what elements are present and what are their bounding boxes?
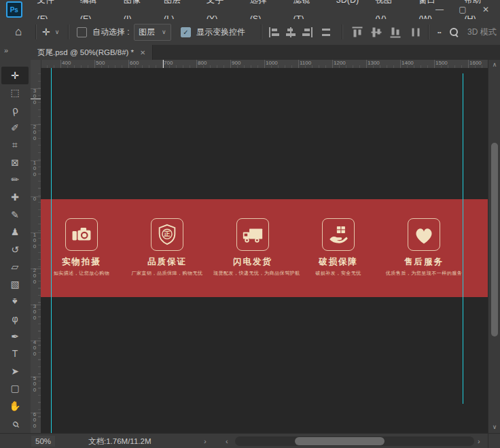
service-subtitle: 厂家直销，品质保障，购物无忧 <box>128 270 207 277</box>
ruler-label: 500 <box>32 376 37 393</box>
ruler-label: 1500 <box>435 60 448 66</box>
scroll-down-icon[interactable]: ∨ <box>488 424 500 430</box>
ruler-label: 1600 <box>469 60 482 66</box>
distribute-horizontal-button[interactable] <box>321 19 332 45</box>
guide-line-left[interactable] <box>51 68 52 433</box>
ruler-label: 200 <box>32 268 37 285</box>
scroll-up-icon[interactable]: ∧ <box>488 61 500 68</box>
align-vertical-center-button[interactable] <box>371 19 382 45</box>
clone-stamp-tool[interactable]: ♟ <box>1 223 29 241</box>
type-tool[interactable]: T <box>1 345 29 363</box>
maximize-button[interactable]: ▢ <box>451 0 474 19</box>
ruler-label: 900 <box>232 60 240 66</box>
ruler-label: 100 <box>32 160 37 177</box>
gradient-tool-icon: ▧ <box>10 279 19 290</box>
footer-banner-artwork: 实物拍摄 如实描述，让您放心购物 正 品质保证 厂家直销，品质保障，购物无忧 <box>41 199 488 297</box>
document-tab[interactable]: 页尾.psd @ 50%(RGB/8#) * ✕ <box>31 45 153 60</box>
document-canvas[interactable]: 实物拍摄 如实描述，让您放心购物 正 品质保证 厂家直销，品质保障，购物无忧 <box>41 68 488 433</box>
type-tool-icon: T <box>12 348 18 359</box>
ruler-label: 1300 <box>368 60 380 66</box>
service-title: 售后服务 <box>385 256 463 268</box>
ellipsis-icon: •• <box>438 29 442 35</box>
clone-stamp-tool-icon: ♟ <box>11 226 20 237</box>
horizontal-scrollbar-thumb[interactable] <box>295 437 385 445</box>
brush-tool[interactable]: ✎ <box>1 206 29 224</box>
eyedropper-tool[interactable]: ✏ <box>1 171 29 189</box>
show-transform-checkbox[interactable]: ✓ <box>181 27 191 37</box>
scroll-right-icon[interactable]: › <box>478 436 480 447</box>
close-button[interactable]: ✕ <box>474 0 497 19</box>
title-bar: Ps 文件(F)编辑(E)图像(I)图层(L)文字(Y)选择(S)滤镜(T)3D… <box>0 0 500 20</box>
expand-tools-button[interactable]: » <box>4 46 7 54</box>
ruler-label: 600 <box>32 412 37 429</box>
zoom-tool-icon: ϙ <box>10 417 21 429</box>
align-horizontal-center-button[interactable] <box>285 19 296 45</box>
3d-mode-label: 3D 模式 <box>467 19 497 45</box>
distribute-vertical-button[interactable] <box>410 19 421 45</box>
path-selection-tool-icon: ➤ <box>11 366 19 377</box>
service-item-quality: 正 品质保证 厂家直销，品质保障，购物无忧 <box>128 218 207 277</box>
history-brush-tool-icon: ↺ <box>11 244 19 255</box>
align-top-button[interactable] <box>352 19 363 45</box>
align-bottom-button[interactable] <box>390 19 401 45</box>
vertical-ruler[interactable]: 3002001000100200300400500600 <box>31 68 41 433</box>
tool-preset-picker[interactable]: ✛ ∨ <box>42 19 59 45</box>
service-item-shipping: 闪电发货 现货配发，快递无忧，为商品保驾护航 <box>213 218 292 277</box>
home-button[interactable]: ⌂ <box>15 19 22 45</box>
close-tab-icon[interactable]: ✕ <box>140 49 145 56</box>
vertical-scrollbar[interactable]: ∧ ∨ <box>488 60 500 433</box>
eraser-tool[interactable]: ▱ <box>1 258 29 276</box>
heart-icon <box>408 218 440 251</box>
align-right-button[interactable] <box>302 19 312 45</box>
minimize-button[interactable]: — <box>428 0 451 19</box>
ruler-label: 300 <box>32 88 37 105</box>
healing-brush-tool[interactable]: ✚ <box>1 188 29 206</box>
scroll-left-icon[interactable]: ‹ <box>226 436 228 447</box>
ruler-label: 600 <box>130 60 139 66</box>
lasso-tool[interactable]: ρ <box>1 101 29 119</box>
align-left-button[interactable] <box>269 19 280 45</box>
zoom-tool[interactable]: ϙ <box>1 415 29 432</box>
status-options-chevron[interactable]: › <box>204 436 207 447</box>
window-controls: — ▢ ✕ <box>428 0 497 19</box>
blur-tool[interactable]: ♠ <box>1 293 29 311</box>
zoom-level-field[interactable]: 50% <box>31 436 55 447</box>
move-tool-icon: ✛ <box>42 27 50 37</box>
pen-tool[interactable]: ✒ <box>1 328 29 345</box>
search-button[interactable] <box>450 19 458 45</box>
ruler-label: 200 <box>32 124 37 141</box>
history-brush-tool[interactable]: ↺ <box>1 241 29 258</box>
crop-tool[interactable]: ⌗ <box>1 136 29 154</box>
horizontal-scrollbar[interactable] <box>235 436 474 446</box>
auto-select-target-dropdown[interactable]: 图层 ∨ <box>134 19 171 45</box>
service-title: 破损保障 <box>299 256 378 268</box>
box-on-hand-icon <box>322 218 355 251</box>
eraser-tool-icon: ▱ <box>12 261 19 272</box>
dodge-tool[interactable]: φ <box>1 310 29 328</box>
gradient-tool[interactable]: ▧ <box>1 275 29 293</box>
service-title: 品质保证 <box>128 256 207 268</box>
quick-selection-tool[interactable]: ✐ <box>1 119 29 137</box>
guide-line-right[interactable] <box>463 73 463 404</box>
hand-tool[interactable]: ✋ <box>1 397 29 415</box>
tools-panel: » ✛⬚ρ✐⌗⊠✏✚✎♟↺▱▧♠φ✒T➤▢✋ϙ <box>0 45 31 435</box>
dodge-tool-icon: φ <box>12 313 18 324</box>
auto-select-checkbox[interactable] <box>77 27 87 37</box>
quick-selection-tool-icon: ✐ <box>11 122 19 133</box>
vertical-scrollbar-thumb[interactable] <box>491 143 498 337</box>
marquee-tool[interactable]: ⬚ <box>1 84 29 102</box>
rectangle-tool[interactable]: ▢ <box>1 380 29 398</box>
more-options-button[interactable]: •• <box>438 19 442 45</box>
window-resize-corner <box>488 434 500 448</box>
rectangle-tool-icon: ▢ <box>10 383 19 394</box>
service-subtitle: 如实描述，让您放心购物 <box>42 270 121 277</box>
service-item-damage: 破损保障 破损补发，安全无忧 <box>299 218 378 277</box>
frame-tool[interactable]: ⊠ <box>1 154 29 171</box>
home-icon: ⌂ <box>15 25 22 39</box>
hand-tool-icon: ✋ <box>9 400 20 411</box>
align-horizontal-center-icon <box>285 27 296 37</box>
path-selection-tool[interactable]: ➤ <box>1 362 29 380</box>
tool-options-bar: ⌂ ✛ ∨ 自动选择 : 图层 ∨ ✓ 显示变换控件 <box>0 19 500 46</box>
ruler-label: 0 <box>32 196 37 202</box>
move-tool[interactable]: ✛ <box>1 67 29 84</box>
